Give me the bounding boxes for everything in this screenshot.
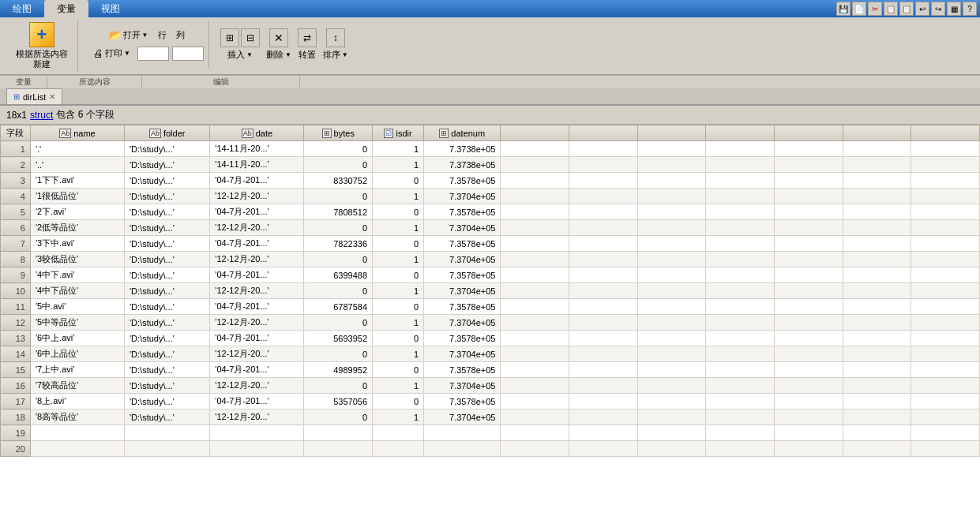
table-row[interactable]: 14'6中上品位''D:\study\...''12-12月-20...'017… — [1, 346, 980, 362]
cell-bytes[interactable]: 0 — [304, 220, 373, 236]
cell-folder[interactable] — [125, 425, 210, 441]
cell-bytes[interactable]: 0 — [304, 283, 373, 299]
cell-date[interactable]: '12-12月-20...' — [210, 252, 304, 267]
table-row[interactable]: 11'5中.avi''D:\study\...''04-7月-201...'67… — [1, 299, 980, 315]
cell-folder[interactable]: 'D:\study\...' — [125, 157, 210, 173]
cell-datenum[interactable]: 7.3738e+05 — [424, 157, 501, 173]
cell-name[interactable]: '5中等品位' — [30, 315, 124, 331]
col-header-isdir[interactable]: ☑ isdir — [373, 125, 424, 141]
cell-name[interactable] — [30, 425, 124, 441]
cell-folder[interactable]: 'D:\study\...' — [125, 252, 210, 267]
table-row[interactable]: 10'4中下品位''D:\study\...''12-12月-20...'017… — [1, 283, 980, 299]
cell-date[interactable]: '12-12月-20...' — [210, 378, 304, 394]
cell-bytes[interactable]: 6399488 — [304, 267, 373, 283]
cell-datenum[interactable]: 7.3578e+05 — [424, 331, 501, 346]
cell-isdir[interactable]: 0 — [373, 173, 424, 189]
cell-date[interactable] — [210, 425, 304, 441]
cell-bytes[interactable]: 7808512 — [304, 204, 373, 220]
table-row[interactable]: 13'6中上.avi''D:\study\...''04-7月-201...'5… — [1, 331, 980, 346]
cell-name[interactable]: '3下中.avi' — [30, 236, 124, 252]
cell-datenum[interactable]: 7.3578e+05 — [424, 394, 501, 409]
cell-folder[interactable]: 'D:\study\...' — [125, 394, 210, 409]
cell-folder[interactable]: 'D:\study\...' — [125, 331, 210, 346]
cell-isdir[interactable]: 1 — [373, 252, 424, 267]
cell-bytes[interactable]: 0 — [304, 409, 373, 425]
cell-date[interactable]: '12-12月-20...' — [210, 189, 304, 204]
cell-name[interactable]: '6中上.avi' — [30, 331, 124, 346]
icon-undo[interactable]: ↩ — [915, 2, 929, 16]
cell-folder[interactable]: 'D:\study\...' — [125, 378, 210, 394]
cell-datenum[interactable]: 7.3578e+05 — [424, 236, 501, 252]
new-button[interactable]: + 根据所选内容 新建 — [11, 21, 73, 71]
cell-folder[interactable]: 'D:\study\...' — [125, 220, 210, 236]
cell-bytes[interactable]: 0 — [304, 141, 373, 157]
icon-copy[interactable]: 📋 — [884, 2, 898, 16]
cell-isdir[interactable]: 1 — [373, 157, 424, 173]
cell-name[interactable]: '7较高品位' — [30, 378, 124, 394]
cell-datenum[interactable]: 7.3704e+05 — [424, 378, 501, 394]
cell-bytes[interactable]: 8330752 — [304, 173, 373, 189]
cell-name[interactable]: '4中下.avi' — [30, 267, 124, 283]
table-row[interactable]: 19 — [1, 425, 980, 441]
tab-close-btn[interactable]: ✕ — [49, 92, 55, 101]
cell-bytes[interactable]: 4989952 — [304, 362, 373, 378]
cell-datenum[interactable]: 7.3704e+05 — [424, 315, 501, 331]
cell-isdir[interactable]: 1 — [373, 220, 424, 236]
cell-datenum[interactable]: 7.3578e+05 — [424, 267, 501, 283]
cell-isdir[interactable]: 1 — [373, 409, 424, 425]
cell-bytes[interactable]: 6787584 — [304, 299, 373, 315]
insert-row-icon[interactable]: ⊞ — [220, 28, 239, 47]
cell-folder[interactable]: 'D:\study\...' — [125, 236, 210, 252]
col-input[interactable] — [172, 47, 204, 61]
cell-bytes[interactable]: 0 — [304, 378, 373, 394]
cell-name[interactable]: '1很低品位' — [30, 189, 124, 204]
table-row[interactable]: 20 — [1, 441, 980, 457]
menu-tab-view[interactable]: 视图 — [88, 0, 133, 17]
icon-redo[interactable]: ↪ — [931, 2, 945, 16]
cell-isdir[interactable]: 0 — [373, 299, 424, 315]
cell-name[interactable]: '5中.avi' — [30, 299, 124, 315]
cell-bytes[interactable]: 0 — [304, 315, 373, 331]
cell-isdir[interactable]: 1 — [373, 378, 424, 394]
table-row[interactable]: 9'4中下.avi''D:\study\...''04-7月-201...'63… — [1, 267, 980, 283]
table-row[interactable]: 6'2低等品位''D:\study\...''12-12月-20...'017.… — [1, 220, 980, 236]
cell-folder[interactable]: 'D:\study\...' — [125, 173, 210, 189]
cell-isdir[interactable]: 1 — [373, 141, 424, 157]
cell-name[interactable]: '2下.avi' — [30, 204, 124, 220]
cell-date[interactable]: '04-7月-201...' — [210, 236, 304, 252]
cell-datenum[interactable]: 7.3704e+05 — [424, 189, 501, 204]
cell-name[interactable]: '..' — [30, 157, 124, 173]
print-button[interactable]: 🖨 打印 ▼ — [89, 46, 134, 61]
table-container[interactable]: 字段 Ab name Ab folder Ab — [0, 125, 980, 516]
cell-bytes[interactable] — [304, 441, 373, 457]
cell-name[interactable]: '8上.avi' — [30, 394, 124, 409]
cell-date[interactable]: '14-11月-20...' — [210, 141, 304, 157]
cell-name[interactable]: '2低等品位' — [30, 220, 124, 236]
row-input[interactable] — [137, 47, 169, 61]
cell-isdir[interactable]: 1 — [373, 315, 424, 331]
icon-paste[interactable]: 📋 — [899, 2, 914, 16]
cell-date[interactable]: '04-7月-201...' — [210, 173, 304, 189]
cell-isdir[interactable] — [373, 441, 424, 457]
sort-icon[interactable]: ↕ — [326, 28, 345, 47]
cell-date[interactable]: '04-7月-201...' — [210, 362, 304, 378]
table-row[interactable]: 12'5中等品位''D:\study\...''12-12月-20...'017… — [1, 315, 980, 331]
cell-datenum[interactable]: 7.3578e+05 — [424, 299, 501, 315]
icon-layout[interactable]: ▦ — [947, 2, 961, 16]
table-row[interactable]: 4'1很低品位''D:\study\...''12-12月-20...'017.… — [1, 189, 980, 204]
cell-datenum[interactable] — [424, 425, 501, 441]
tab-dirlist[interactable]: ⊞ dirList ✕ — [6, 88, 62, 104]
table-row[interactable]: 8'3较低品位''D:\study\...''12-12月-20...'017.… — [1, 252, 980, 267]
cell-bytes[interactable]: 0 — [304, 252, 373, 267]
cell-name[interactable]: '.' — [30, 141, 124, 157]
cell-isdir[interactable]: 0 — [373, 267, 424, 283]
table-row[interactable]: 2'..''D:\study\...''14-11月-20...'017.373… — [1, 157, 980, 173]
table-row[interactable]: 16'7较高品位''D:\study\...''12-12月-20...'017… — [1, 378, 980, 394]
cell-folder[interactable]: 'D:\study\...' — [125, 283, 210, 299]
cell-date[interactable]: '14-11月-20...' — [210, 157, 304, 173]
cell-folder[interactable]: 'D:\study\...' — [125, 141, 210, 157]
cell-isdir[interactable]: 1 — [373, 346, 424, 362]
cell-bytes[interactable]: 0 — [304, 346, 373, 362]
cell-datenum[interactable]: 7.3578e+05 — [424, 204, 501, 220]
cell-datenum[interactable]: 7.3578e+05 — [424, 173, 501, 189]
